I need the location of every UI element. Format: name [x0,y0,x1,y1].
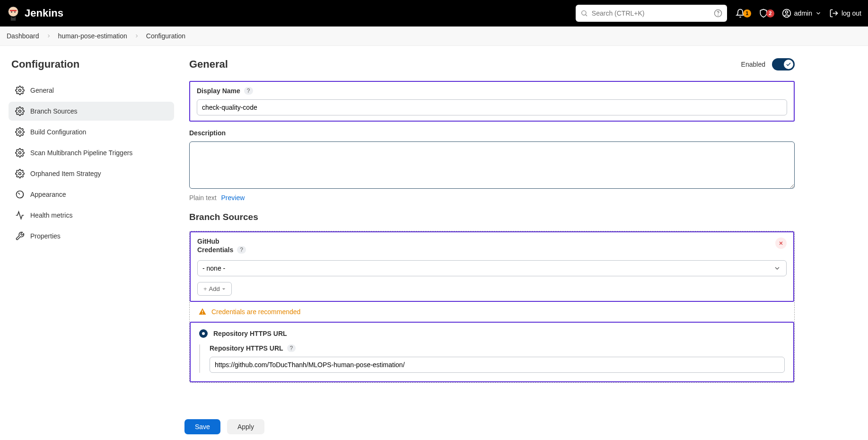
sidebar-item-label: Branch Sources [30,107,78,115]
sidebar-item-label: General [30,87,54,94]
display-name-input[interactable] [197,99,787,115]
sidebar-title: Configuration [9,58,174,70]
breadcrumb-item[interactable]: Configuration [146,32,185,40]
svg-point-12 [19,89,21,92]
logout-button[interactable]: log out [829,9,861,18]
gear-icon [15,169,25,178]
delete-source-button[interactable] [775,238,787,249]
svg-point-13 [19,110,21,113]
preview-link[interactable]: Preview [221,194,245,202]
logo[interactable]: Jenkins [7,6,63,21]
sidebar-item-label: Appearance [30,191,66,198]
sidebar-item-build-config[interactable]: Build Configuration [9,123,174,141]
display-name-group: Display Name ? [189,81,795,122]
apply-button[interactable]: Apply [227,419,264,421]
user-name: admin [794,9,812,17]
logout-icon [829,9,839,18]
description-textarea[interactable] [189,141,795,189]
repo-url-label: Repository HTTPS URL [210,344,283,352]
security-badge: 2 [766,9,774,18]
notification-badge: 1 [743,9,751,18]
svg-rect-22 [202,313,203,314]
gear-icon [15,127,25,137]
repo-url-radio[interactable] [199,329,208,338]
enabled-label: Enabled [741,61,765,68]
search-input[interactable] [592,9,710,17]
sidebar-item-label: Scan Multibranch Pipeline Triggers [30,149,132,157]
sidebar-item-label: Properties [30,232,61,240]
help-button[interactable]: ? [287,344,296,352]
security-button[interactable]: 2 [759,9,774,18]
credentials-label: Credentials [197,246,233,254]
action-bar: Save Apply [0,414,868,421]
chevron-right-icon [46,33,52,39]
search-icon [580,9,588,17]
search-box[interactable] [576,5,727,22]
svg-point-3 [11,11,12,13]
help-button[interactable]: ? [237,246,246,254]
branch-source-container: GitHub Credentials ? - none - [189,231,795,383]
svg-point-5 [581,11,586,15]
warning-text: Credentials are recommended [211,308,300,316]
source-github-title: GitHub [197,238,246,245]
enabled-toggle[interactable] [772,58,795,70]
section-title-branch-sources: Branch Sources [189,212,795,222]
chevron-right-icon [134,33,140,39]
main-panel: General Enabled Display Name ? Descripti… [189,58,795,383]
plain-text-label: Plain text [189,194,217,202]
description-label: Description [189,129,226,137]
jenkins-logo-icon [7,6,20,21]
section-title-general: General [189,58,228,70]
brand-name: Jenkins [25,7,63,19]
gauge-icon [15,190,25,199]
close-icon [778,240,784,246]
sidebar-item-label: Orphaned Item Strategy [30,170,101,177]
sidebar-item-label: Build Configuration [30,128,86,136]
wrench-icon [15,231,25,241]
repo-radio-label: Repository HTTPS URL [213,330,287,337]
save-button[interactable]: Save [184,419,220,421]
chevron-down-icon [815,10,822,17]
config-sidebar: Configuration General Branch Sources Bui… [9,58,174,383]
svg-line-6 [586,15,587,16]
svg-rect-2 [10,10,17,11]
sidebar-item-branch-sources[interactable]: Branch Sources [9,102,174,121]
credentials-warning: Credentials are recommended [190,302,794,322]
svg-point-14 [19,131,21,133]
breadcrumb-item[interactable]: Dashboard [7,32,39,40]
logout-label: log out [842,9,861,17]
activity-icon [15,211,25,220]
display-name-label: Display Name [197,87,240,95]
user-menu[interactable]: admin [782,9,822,18]
help-button[interactable]: ? [244,87,253,95]
credentials-select[interactable]: - none - [197,260,787,276]
add-credentials-button[interactable]: +Add [197,282,232,296]
sidebar-item-health[interactable]: Health metrics [9,206,174,225]
check-icon [786,62,791,67]
svg-point-8 [718,15,718,15]
gear-icon [15,106,25,116]
help-icon[interactable] [714,9,722,18]
breadcrumb-item[interactable]: human-pose-estimation [58,32,127,40]
notifications-button[interactable]: 1 [736,9,751,18]
user-icon [782,9,791,18]
sidebar-item-properties[interactable]: Properties [9,227,174,246]
sidebar-item-orphaned[interactable]: Orphaned Item Strategy [9,164,174,183]
breadcrumb: Dashboard human-pose-estimation Configur… [0,26,868,46]
header-bar: Jenkins 1 2 admin log out [0,0,868,26]
svg-point-10 [785,11,788,13]
svg-point-4 [14,11,16,13]
sidebar-item-appearance[interactable]: Appearance [9,185,174,204]
svg-point-16 [19,173,21,175]
gear-icon [15,148,25,158]
warning-icon [198,308,207,316]
sidebar-item-scan-triggers[interactable]: Scan Multibranch Pipeline Triggers [9,143,174,162]
sidebar-item-general[interactable]: General [9,81,174,100]
repo-url-input[interactable] [210,357,785,373]
svg-point-15 [19,152,21,154]
gear-icon [15,86,25,95]
caret-down-icon [222,287,226,291]
svg-line-18 [18,193,20,194]
svg-rect-21 [202,310,203,313]
sidebar-item-label: Health metrics [30,211,72,219]
